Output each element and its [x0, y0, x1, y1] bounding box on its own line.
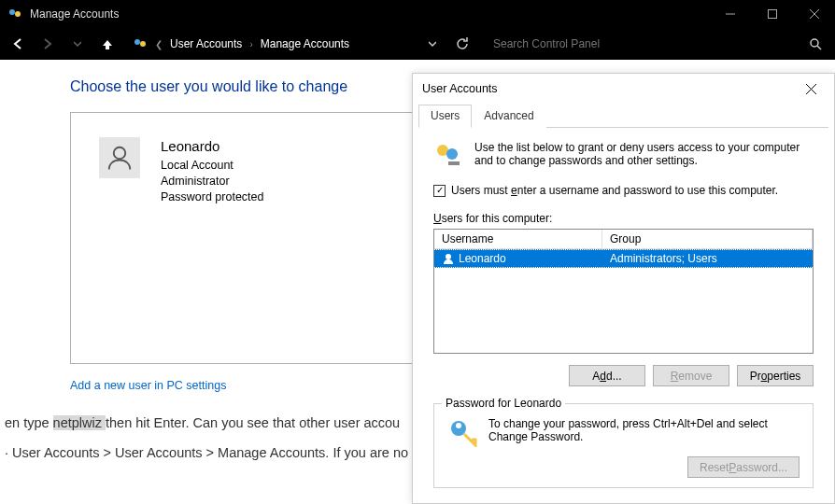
svg-rect-3 [768, 10, 776, 19]
add-button[interactable]: Add... [569, 365, 645, 386]
breadcrumb-level2[interactable]: Manage Accounts [261, 37, 349, 50]
app-icon [7, 7, 22, 21]
user-info[interactable]: Leonardo Local Account Administrator Pas… [161, 137, 263, 205]
blurb-text: Use the list below to grant or deny user… [474, 141, 814, 167]
svg-point-18 [456, 423, 461, 428]
breadcrumb-dropdown[interactable] [420, 32, 445, 56]
svg-line-9 [817, 46, 821, 49]
properties-button[interactable]: Properties [737, 365, 814, 386]
user-accounts-dialog: User Accounts Users Advanced Use the lis… [412, 73, 835, 504]
svg-point-7 [140, 41, 146, 47]
key-user-icon [447, 417, 477, 447]
refresh-button[interactable] [450, 32, 474, 56]
svg-point-1 [15, 11, 21, 17]
add-user-link[interactable]: Add a new user in PC settings [70, 379, 226, 392]
chevron-right-icon: › [249, 39, 252, 49]
svg-point-0 [9, 9, 15, 15]
forward-button[interactable] [35, 32, 60, 56]
dialog-close-button[interactable] [797, 78, 825, 99]
maximize-button[interactable] [751, 0, 793, 28]
dialog-title-text: User Accounts [422, 82, 797, 95]
minimize-button[interactable] [709, 0, 751, 28]
dialog-titlebar[interactable]: User Accounts [413, 74, 834, 104]
table-header[interactable]: Username Group [434, 230, 813, 249]
chevron-right-icon: ❮ [155, 39, 163, 49]
up-button[interactable] [95, 32, 120, 56]
highlighted-text: netplwiz [53, 415, 106, 430]
fieldset-legend: Password for Leonardo [442, 397, 565, 410]
reset-password-button: Reset Password... [687, 456, 800, 478]
row-username: Leonardo [459, 252, 506, 265]
avatar[interactable] [99, 137, 140, 178]
search-box[interactable] [486, 32, 829, 56]
breadcrumb-level1[interactable]: User Accounts [170, 37, 242, 50]
row-group: Administrators; Users [602, 250, 813, 267]
checkbox-icon[interactable]: ✓ [433, 185, 446, 197]
user-name: Leonardo [161, 137, 263, 156]
tab-users[interactable]: Users [418, 105, 472, 128]
remove-button: Remove [653, 365, 729, 386]
search-icon[interactable] [809, 37, 822, 50]
tab-advanced[interactable]: Advanced [472, 105, 545, 128]
svg-rect-15 [448, 161, 460, 165]
svg-point-6 [134, 39, 140, 45]
breadcrumb[interactable]: ❮ User Accounts › Manage Accounts [125, 32, 415, 56]
col-username[interactable]: Username [434, 230, 602, 248]
navbar: ❮ User Accounts › Manage Accounts [0, 28, 835, 60]
svg-point-14 [446, 148, 458, 160]
require-login-checkbox[interactable]: ✓ Users must enter a username and passwo… [433, 184, 814, 197]
background-text: en type netplwiz then hit Enter. Can you… [0, 409, 408, 469]
users-table[interactable]: Username Group Leonardo Administrators; … [433, 229, 814, 354]
users-icon [133, 36, 148, 51]
dialog-tabs: Users Advanced [418, 104, 828, 128]
checkbox-label: Users must enter a username and password… [451, 184, 778, 197]
search-input[interactable] [493, 37, 809, 50]
table-row[interactable]: Leonardo Administrators; Users [434, 249, 813, 268]
fieldset-text: To change your password, press Ctrl+Alt+… [488, 417, 800, 443]
titlebar: Manage Accounts [0, 0, 835, 28]
svg-point-16 [446, 254, 451, 259]
users-list-label: Users for this computer: [433, 212, 814, 225]
back-button[interactable] [6, 32, 30, 56]
users-keys-icon [433, 141, 463, 171]
window-title: Manage Accounts [30, 7, 709, 21]
col-group[interactable]: Group [602, 230, 813, 248]
user-pw-status: Password protected [161, 189, 263, 205]
user-icon [442, 252, 455, 265]
user-type: Local Account [161, 158, 263, 174]
close-button[interactable] [793, 0, 835, 28]
user-role: Administrator [161, 174, 263, 189]
svg-point-10 [114, 147, 126, 160]
recent-dropdown[interactable] [65, 32, 90, 56]
svg-point-8 [811, 39, 818, 47]
tab-body: Use the list below to grant or deny user… [413, 128, 834, 501]
password-fieldset: Password for Leonardo To change your pas… [433, 403, 814, 488]
